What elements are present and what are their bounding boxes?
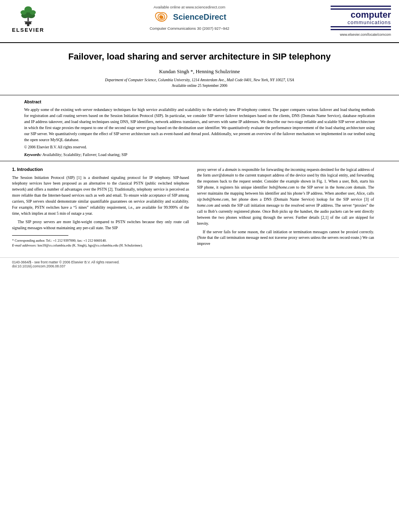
abstract-section: Abstract We apply some of the existing w…	[0, 95, 399, 161]
footnote-email1: kns10@cs.columbia.edu (K. Singh), hgs@cs…	[37, 243, 142, 247]
col-right: proxy server of a domain is responsible …	[197, 167, 374, 250]
footnote-star-note: * Corresponding author. Tel.: +1 212 939…	[12, 238, 189, 243]
abstract-body: We apply some of the existing web server…	[24, 107, 375, 142]
cc-line-bottom	[331, 26, 391, 27]
journal-name: Computer Communications 30 (2007) 927–94…	[150, 26, 229, 31]
authors: Kundan Singh *, Henning Schulzrinne	[24, 68, 375, 75]
section1-p1: The Session Initiation Protocol (SIP) [1…	[12, 175, 189, 217]
cc-line-bottom2	[331, 29, 391, 30]
cc-line-top	[331, 6, 391, 7]
footnote: * Corresponding author. Tel.: +1 212 939…	[12, 238, 189, 248]
footer: 0140-3664/$ - see front matter © 2006 El…	[0, 257, 399, 271]
section1-p4: If the server fails for some reason, the…	[197, 229, 374, 247]
section1-right-body: proxy server of a domain is responsible …	[197, 167, 374, 247]
available-date: Available online 25 September 2006	[24, 84, 375, 88]
header: ELSEVIER Available online at www.science…	[0, 0, 399, 43]
section1-heading: 1. Introduction	[12, 167, 189, 172]
cc-url: www.elsevier.com/locate/comcom	[340, 33, 391, 37]
footnote-divider	[12, 235, 68, 236]
cc-logo: computer communications www.elsevier.com…	[331, 5, 391, 37]
body-section: 1. Introduction The Session Initiation P…	[0, 161, 399, 258]
section1-p3: proxy server of a domain is responsible …	[197, 167, 374, 227]
keywords-line: Keywords: Availability; Scalability; Fai…	[24, 152, 375, 157]
copyright-line: © 2006 Elsevier B.V. All rights reserved…	[24, 145, 375, 149]
paper-title: Failover, load sharing and server archit…	[24, 51, 375, 63]
available-online-text: Available online at www.sciencedirect.co…	[154, 5, 225, 9]
header-center: Available online at www.sciencedirect.co…	[48, 5, 331, 31]
elsevier-text: ELSEVIER	[12, 27, 44, 33]
sciencedirect-logo: ScienceDirect	[152, 11, 226, 23]
elsevier-logo: ELSEVIER	[8, 5, 48, 33]
cc-bottom-text: communications	[348, 19, 391, 25]
keywords-text: Availability; Scalability; Failover; Loa…	[42, 152, 127, 157]
footer-doi: doi:10.1016/j.comcom.2006.08.037	[12, 264, 387, 268]
page: ELSEVIER Available online at www.science…	[0, 0, 399, 532]
svg-rect-9	[25, 21, 32, 22]
abstract-title: Abstract	[24, 99, 375, 104]
abstract-text: We apply some of the existing web server…	[24, 107, 375, 143]
section1-p2: The SIP proxy servers are more light-wei…	[12, 219, 189, 231]
col-left: 1. Introduction The Session Initiation P…	[12, 167, 189, 250]
footer-issn: 0140-3664/$ - see front matter © 2006 El…	[12, 260, 387, 264]
sciencedirect-text: ScienceDirect	[173, 12, 226, 22]
keywords-label: Keywords:	[24, 152, 41, 157]
cc-top-text: computer	[351, 10, 391, 19]
footnote-email-label: E-mail addresses:	[12, 243, 37, 247]
svg-point-8	[25, 6, 32, 12]
svg-rect-1	[25, 22, 31, 25]
footnote-email: E-mail addresses: kns10@cs.columbia.edu …	[12, 243, 189, 248]
section1-body: The Session Initiation Protocol (SIP) [1…	[12, 175, 189, 231]
title-section: Failover, load sharing and server archit…	[0, 43, 399, 95]
affiliation: Department of Computer Science, Columbia…	[24, 78, 375, 82]
